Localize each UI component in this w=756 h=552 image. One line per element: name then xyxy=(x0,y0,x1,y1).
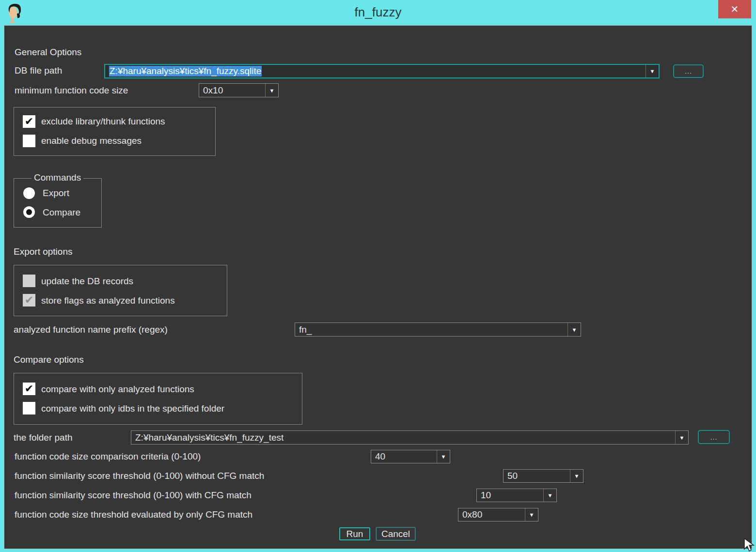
db-file-path-label: DB file path xyxy=(15,65,62,76)
compare-radio-label[interactable]: Compare xyxy=(43,207,80,218)
min-code-size-combobox[interactable]: 0x10 ▼ xyxy=(199,83,279,97)
compare-analyzed-label[interactable]: compare with only analyzed functions xyxy=(41,384,194,395)
check-icon: ✔ xyxy=(25,294,33,307)
db-file-path-browse-button[interactable]: ... xyxy=(673,64,704,78)
compare-checkbox-group xyxy=(14,373,302,425)
compare-idbs-label[interactable]: compare with only idbs in the specified … xyxy=(41,403,224,414)
chevron-down-icon[interactable]: ▼ xyxy=(437,450,450,463)
similarity-without-cfg-value: 50 xyxy=(504,471,570,481)
db-file-path-value: Z:¥haru¥analysis¥tics¥fn_fuzzy.sqlite xyxy=(105,66,646,77)
compare-radio[interactable] xyxy=(23,206,35,218)
close-button[interactable]: ✕ xyxy=(718,0,751,18)
folder-path-value: Z:¥haru¥analysis¥tics¥fn_fuzzy_test xyxy=(131,432,675,443)
exclude-library-label[interactable]: exclude library/thunk functions xyxy=(41,116,165,127)
folder-path-combobox[interactable]: Z:¥haru¥analysis¥tics¥fn_fuzzy_test ▼ xyxy=(131,430,689,445)
cfg-only-threshold-value: 0x80 xyxy=(458,509,525,520)
general-options-heading: General Options xyxy=(15,47,81,58)
prefix-label: analyzed function name prefix (regex) xyxy=(14,324,168,335)
similarity-without-cfg-combobox[interactable]: 50 ▼ xyxy=(503,469,583,483)
store-flags-checkbox: ✔ xyxy=(23,294,35,307)
update-db-label: update the DB records xyxy=(41,276,133,287)
code-size-criteria-label: function code size comparison criteria (… xyxy=(15,451,201,462)
cfg-only-threshold-combobox[interactable]: 0x80 ▼ xyxy=(458,508,538,521)
enable-debug-label[interactable]: enable debug messages xyxy=(41,136,142,146)
folder-path-browse-button[interactable]: ... xyxy=(698,430,730,444)
commands-group: Commands xyxy=(14,178,102,228)
chevron-down-icon[interactable]: ▼ xyxy=(646,65,659,77)
prefix-value: fn_ xyxy=(295,324,567,335)
export-radio[interactable] xyxy=(23,187,35,199)
chevron-down-icon[interactable]: ▼ xyxy=(525,508,538,521)
update-db-checkbox xyxy=(23,275,35,287)
commands-legend: Commands xyxy=(32,172,83,183)
fn-fuzzy-dialog: { "window": { "title": "fn_fuzzy" }, "ic… xyxy=(0,0,756,552)
export-checkbox-group xyxy=(14,265,227,316)
similarity-with-cfg-value: 10 xyxy=(477,490,543,501)
code-size-criteria-combobox[interactable]: 40 ▼ xyxy=(371,450,450,463)
check-icon: ✔ xyxy=(25,115,33,128)
chevron-down-icon[interactable]: ▼ xyxy=(567,323,581,336)
code-size-criteria-value: 40 xyxy=(371,451,437,462)
db-file-path-combobox[interactable]: Z:¥haru¥analysis¥tics¥fn_fuzzy.sqlite ▼ xyxy=(104,64,660,78)
export-radio-label[interactable]: Export xyxy=(43,188,69,199)
min-code-size-value: 0x10 xyxy=(199,85,265,96)
similarity-without-cfg-label: function similarity score threshold (0-1… xyxy=(15,471,264,481)
check-icon: ✔ xyxy=(25,383,33,395)
chevron-down-icon[interactable]: ▼ xyxy=(265,84,278,97)
similarity-with-cfg-label: function similarity score threshold (0-1… xyxy=(15,490,252,501)
title-bar: fn_fuzzy ✕ xyxy=(0,0,756,25)
chevron-down-icon[interactable]: ▼ xyxy=(675,431,688,444)
enable-debug-checkbox[interactable] xyxy=(23,135,35,147)
min-code-size-label: minimum function code size xyxy=(15,85,128,96)
chevron-down-icon[interactable]: ▼ xyxy=(543,489,556,502)
compare-analyzed-checkbox[interactable]: ✔ xyxy=(23,383,35,395)
compare-options-heading: Compare options xyxy=(14,354,84,365)
chevron-down-icon[interactable]: ▼ xyxy=(570,470,583,482)
close-icon: ✕ xyxy=(731,3,739,15)
mouse-cursor xyxy=(743,537,756,552)
cfg-only-threshold-label: function code size threshold evaluated b… xyxy=(15,509,252,520)
similarity-with-cfg-combobox[interactable]: 10 ▼ xyxy=(476,489,557,502)
export-options-heading: Export options xyxy=(14,246,72,257)
window-title: fn_fuzzy xyxy=(0,5,756,20)
compare-idbs-checkbox[interactable] xyxy=(23,402,35,414)
exclude-library-checkbox[interactable]: ✔ xyxy=(23,115,35,128)
general-checkbox-group xyxy=(14,107,216,156)
store-flags-label: store flags as analyzed functions xyxy=(41,295,175,306)
folder-path-label: the folder path xyxy=(14,432,72,443)
run-button[interactable]: Run xyxy=(339,527,370,540)
prefix-combobox[interactable]: fn_ ▼ xyxy=(295,322,581,337)
cancel-button[interactable]: Cancel xyxy=(376,527,415,540)
